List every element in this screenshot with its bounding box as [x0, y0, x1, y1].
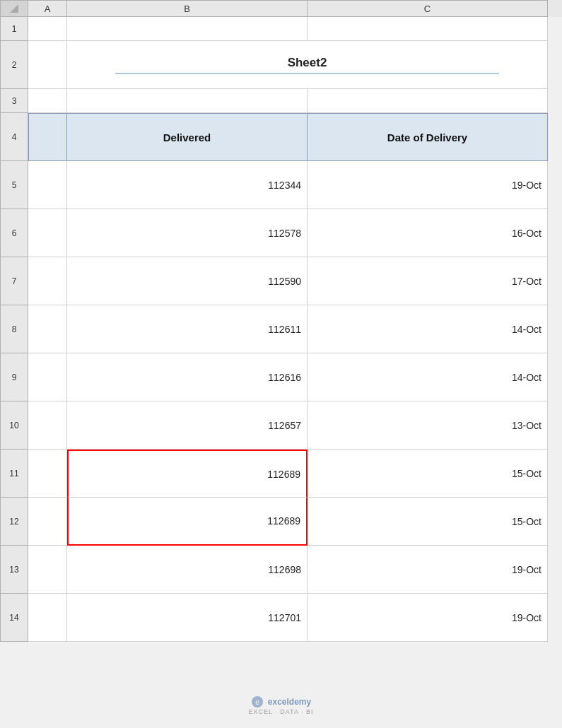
sheet-title-cell[interactable]: Sheet2	[67, 41, 548, 89]
table-row: 3	[0, 89, 562, 113]
title-row: 2 Sheet2	[0, 41, 562, 89]
table-row: 14 112701 19-Oct	[0, 594, 562, 642]
cell-14c[interactable]: 19-Oct	[308, 594, 548, 642]
cell-9a[interactable]	[28, 353, 67, 401]
col-header-b[interactable]: B	[67, 0, 308, 17]
table-row: 9 112616 14-Oct	[0, 353, 562, 401]
cell-10c[interactable]: 13-Oct	[308, 401, 548, 450]
cell-13a[interactable]	[28, 546, 67, 594]
cell-7c[interactable]: 17-Oct	[308, 257, 548, 305]
table-row: 1	[0, 17, 562, 41]
cell-10a[interactable]	[28, 401, 67, 450]
cell-4a[interactable]	[28, 113, 67, 161]
watermark: e exceldemy EXCEL · DATA · BI	[249, 695, 314, 715]
cell-3a[interactable]	[28, 89, 67, 113]
cell-5b[interactable]: 112344	[67, 161, 308, 209]
row-header-13: 13	[0, 546, 28, 594]
header-delivered[interactable]: Delivered	[67, 113, 308, 161]
cell-12c[interactable]: 15-Oct	[308, 498, 548, 546]
cell-14a[interactable]	[28, 594, 67, 642]
cell-11a[interactable]	[28, 450, 67, 498]
table-header-row: 4 Delivered Date of Delivery	[0, 113, 562, 161]
sheet-title-text: Sheet2	[288, 56, 327, 70]
svg-text:e: e	[255, 698, 259, 706]
row-header-9: 9	[0, 353, 28, 401]
cell-12b-red[interactable]: 112689	[67, 498, 308, 546]
row-header-7: 7	[0, 257, 28, 305]
cell-6a[interactable]	[28, 209, 67, 257]
table-row: 12 112689 15-Oct	[0, 498, 562, 546]
row-header-4: 4	[0, 113, 28, 161]
col-header-a[interactable]: A	[28, 0, 67, 17]
table-row: 8 112611 14-Oct	[0, 305, 562, 353]
cell-3c[interactable]	[308, 89, 548, 113]
cell-11b-red[interactable]: 112689	[67, 450, 308, 498]
spreadsheet-wrapper: A B C 1 2 Sheet2	[0, 0, 562, 728]
table-row: 11 112689 15-Oct	[0, 450, 562, 498]
corner-cell	[0, 0, 28, 17]
cell-9c[interactable]: 14-Oct	[308, 353, 548, 401]
cell-3b[interactable]	[67, 89, 308, 113]
cell-13b[interactable]: 112698	[67, 546, 308, 594]
cell-7b[interactable]: 112590	[67, 257, 308, 305]
cell-6c[interactable]: 16-Oct	[308, 209, 548, 257]
cell-1a[interactable]	[28, 17, 67, 41]
cell-6b[interactable]: 112578	[67, 209, 308, 257]
row-header-3: 3	[0, 89, 28, 113]
table-row: 5 112344 19-Oct	[0, 161, 562, 209]
table-row: 10 112657 13-Oct	[0, 401, 562, 450]
spreadsheet-container: A B C 1 2 Sheet2	[0, 0, 562, 728]
title-underline	[115, 73, 499, 74]
cell-5c[interactable]: 19-Oct	[308, 161, 548, 209]
row-header-8: 8	[0, 305, 28, 353]
rows-container: 1 2 Sheet2 3	[0, 17, 562, 728]
cell-2a[interactable]	[28, 41, 67, 89]
row-header-10: 10	[0, 401, 28, 450]
cell-12a[interactable]	[28, 498, 67, 546]
cell-7a[interactable]	[28, 257, 67, 305]
cell-8c[interactable]: 14-Oct	[308, 305, 548, 353]
cell-10b[interactable]: 112657	[67, 401, 308, 450]
cell-8a[interactable]	[28, 305, 67, 353]
cell-14b[interactable]: 112701	[67, 594, 308, 642]
svg-marker-0	[10, 4, 18, 13]
header-date-of-delivery[interactable]: Date of Delivery	[308, 113, 548, 161]
row-header-1: 1	[0, 17, 28, 41]
table-row: 7 112590 17-Oct	[0, 257, 562, 305]
table-row: 6 112578 16-Oct	[0, 209, 562, 257]
row-header-11: 11	[0, 450, 28, 498]
row-header-2: 2	[0, 41, 28, 89]
cell-11c[interactable]: 15-Oct	[308, 450, 548, 498]
cell-1b[interactable]	[67, 17, 308, 41]
cell-1c[interactable]	[308, 17, 548, 41]
row-header-12: 12	[0, 498, 28, 546]
column-headers: A B C	[0, 0, 562, 17]
cell-8b[interactable]: 112611	[67, 305, 308, 353]
watermark-logo: exceldemy	[268, 697, 311, 707]
table-row: 13 112698 19-Oct	[0, 546, 562, 594]
watermark-icon: e	[251, 695, 264, 708]
row-header-6: 6	[0, 209, 28, 257]
row-header-14: 14	[0, 594, 28, 642]
cell-5a[interactable]	[28, 161, 67, 209]
col-header-c[interactable]: C	[308, 0, 548, 17]
cell-13c[interactable]: 19-Oct	[308, 546, 548, 594]
cell-9b[interactable]: 112616	[67, 353, 308, 401]
row-header-5: 5	[0, 161, 28, 209]
watermark-tagline: EXCEL · DATA · BI	[249, 708, 314, 715]
